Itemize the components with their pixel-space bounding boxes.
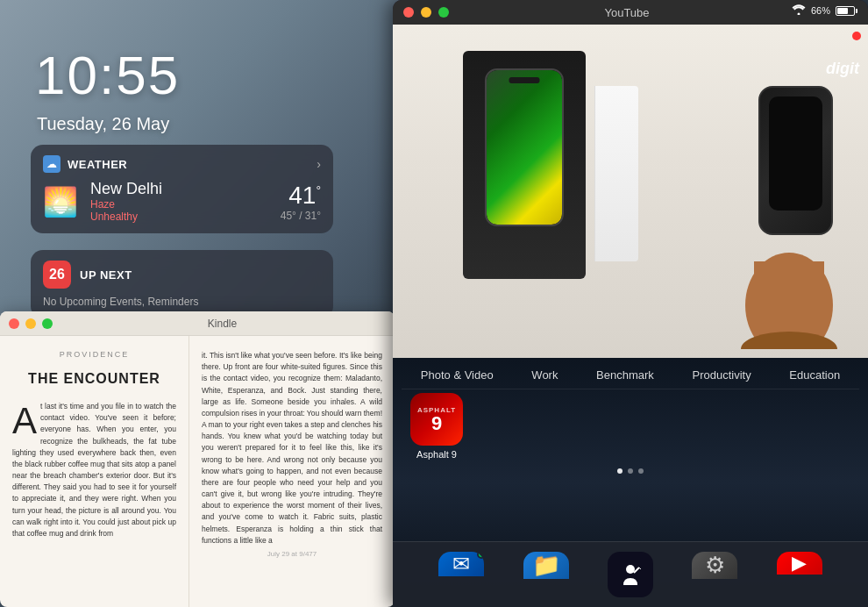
- dock-youtube[interactable]: [777, 552, 822, 597]
- weather-chevron-icon[interactable]: ›: [317, 157, 321, 171]
- macos-dock: [393, 541, 868, 607]
- weather-title-row: ☁ WEATHER: [43, 155, 127, 173]
- battery-icon: [836, 6, 857, 16]
- macos-window: YouTube 66%: [393, 0, 868, 607]
- iphone-box-insert: [594, 86, 638, 261]
- weather-app-icon: ☁: [43, 155, 60, 173]
- youtube-video-area[interactable]: digit: [393, 25, 868, 358]
- kindle-window-title: Kindle: [59, 318, 386, 330]
- weather-condition-text: Haze Unhealthy: [90, 198, 268, 223]
- youtube-icon: [777, 552, 822, 575]
- page-dot-1[interactable]: [617, 468, 623, 474]
- svg-rect-17: [754, 261, 824, 332]
- asphalt-icon-visual: ASPHALT 9: [410, 393, 463, 446]
- dock-writing[interactable]: [608, 552, 653, 597]
- dock-files[interactable]: [523, 552, 569, 597]
- weather-condition-icon: 🌅: [43, 185, 78, 218]
- calendar-event-text: No Upcoming Events, Reminders: [43, 296, 321, 308]
- ipad-date: Tuesday, 26 May: [37, 114, 169, 134]
- weather-city-info: New Delhi Haze Unhealthy: [90, 180, 268, 223]
- weather-temperature: 41°: [281, 182, 321, 210]
- apps-row: ASPHALT 9 Asphalt 9: [393, 389, 868, 463]
- page-dot-2[interactable]: [628, 468, 633, 474]
- dock-settings[interactable]: [692, 552, 737, 597]
- dock-mail[interactable]: [438, 552, 484, 597]
- weather-widget: ☁ WEATHER › 🌅 New Delhi Haze Unhealthy 4…: [31, 145, 333, 233]
- kindle-page-info: July 29 at 9/477: [202, 550, 382, 558]
- phone-screen: [769, 96, 822, 211]
- macos-status-bar: 66%: [792, 4, 857, 17]
- weather-city: New Delhi: [90, 180, 268, 198]
- category-education[interactable]: Education: [789, 368, 840, 382]
- digit-channel-logo: digit: [826, 60, 859, 78]
- kindle-left-text: A t last it's time and you file in to wa…: [12, 401, 176, 539]
- kindle-left-column: PROVIDENCE THE ENCOUNTER A t last it's t…: [0, 336, 189, 607]
- kindle-titlebar: Kindle: [0, 311, 395, 336]
- iphone-se-wallpaper: [487, 70, 562, 225]
- iphone-se-display: [485, 68, 564, 226]
- category-productivity[interactable]: Productivity: [692, 368, 751, 382]
- macos-window-title: YouTube: [396, 6, 857, 19]
- kindle-maximize-button[interactable]: [42, 318, 53, 329]
- weather-temp-range: 45° / 31°: [281, 210, 321, 222]
- video-notification-dot: [852, 32, 861, 40]
- asphalt-9-label: Asphalt 9: [416, 449, 457, 460]
- writing-icon: [608, 552, 653, 597]
- weather-label: WEATHER: [68, 158, 127, 171]
- settings-icon: [692, 552, 737, 579]
- calendar-header: 26 UP NEXT: [43, 261, 321, 289]
- battery-percentage: 66%: [811, 5, 830, 16]
- ipad-time: 10:55: [35, 44, 180, 106]
- weather-temp-section: 41° 45° / 31°: [281, 182, 321, 222]
- weather-header: ☁ WEATHER ›: [43, 155, 321, 173]
- category-work[interactable]: Work: [531, 368, 558, 382]
- iphone-box: [463, 51, 586, 279]
- files-icon: [523, 552, 569, 579]
- category-benchmark[interactable]: Benchmark: [596, 368, 654, 382]
- app-store-grid: Photo & Video Work Benchmark Productivit…: [393, 358, 868, 607]
- kindle-minimize-button[interactable]: [25, 318, 36, 329]
- kindle-drop-cap: A: [12, 406, 37, 436]
- kindle-window: Kindle PROVIDENCE THE ENCOUNTER A t last…: [0, 311, 395, 607]
- calendar-date-badge: 26: [43, 261, 71, 289]
- video-content: digit: [393, 25, 868, 358]
- app-categories: Photo & Video Work Benchmark Productivit…: [393, 358, 868, 389]
- macos-titlebar: YouTube 66%: [393, 0, 868, 25]
- kindle-content: PROVIDENCE THE ENCOUNTER A t last it's t…: [0, 336, 395, 607]
- kindle-right-column: it. This isn't like what you've seen bef…: [189, 336, 395, 607]
- calendar-widget: 26 UP NEXT No Upcoming Events, Reminders: [31, 250, 333, 318]
- mail-notification-dot: [477, 552, 484, 559]
- page-indicator: [393, 463, 868, 479]
- asphalt-9-icon: ASPHALT 9: [410, 393, 463, 446]
- iphone-notch: [509, 77, 540, 83]
- wifi-icon: [792, 4, 806, 17]
- asphalt-9-item[interactable]: ASPHALT 9 Asphalt 9: [410, 393, 463, 460]
- calendar-label: UP NEXT: [80, 268, 132, 282]
- category-photo-video[interactable]: Photo & Video: [421, 368, 494, 382]
- kindle-chapter-title: THE ENCOUNTER: [12, 371, 176, 387]
- weather-body: 🌅 New Delhi Haze Unhealthy 41° 45° / 31°: [43, 180, 321, 223]
- phone-in-hand: [758, 86, 833, 235]
- page-dot-3[interactable]: [638, 468, 644, 474]
- kindle-chapter-label: PROVIDENCE: [12, 350, 176, 359]
- kindle-right-text: it. This isn't like what you've seen bef…: [202, 350, 382, 546]
- iphone-box-area: [419, 51, 638, 314]
- hand-holding-phone: [649, 51, 868, 349]
- kindle-close-button[interactable]: [9, 318, 19, 329]
